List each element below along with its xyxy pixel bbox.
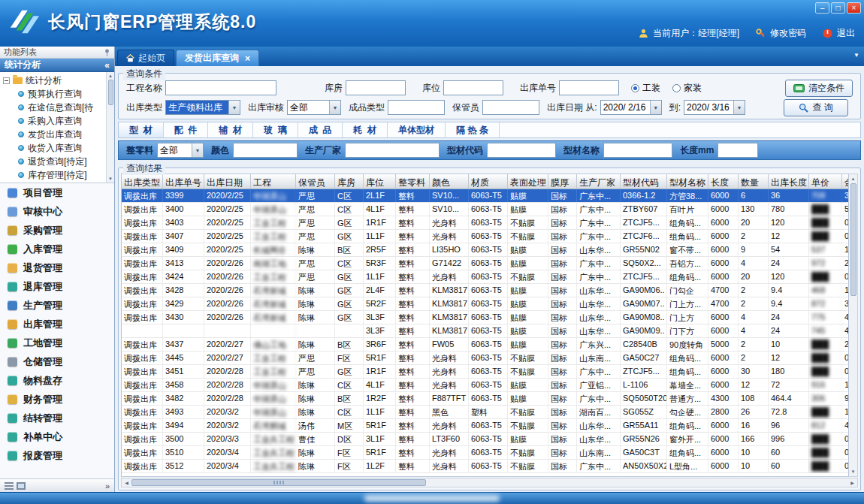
- sidebar-section-header[interactable]: 统计分析 «: [0, 59, 114, 72]
- column-header[interactable]: 出库单号: [163, 174, 204, 189]
- logout-button[interactable]: 退出: [837, 27, 855, 40]
- sidebar-item-reorder[interactable]: 补单中心: [0, 427, 114, 446]
- column-header[interactable]: 表面处理: [508, 174, 548, 189]
- column-header[interactable]: 型材名称: [667, 174, 708, 189]
- search-button[interactable]: 查 询: [784, 99, 848, 116]
- more-chevron-icon[interactable]: »: [105, 481, 110, 490]
- column-header[interactable]: 生产厂家: [577, 174, 621, 189]
- filter-input-4[interactable]: [603, 143, 672, 158]
- scrollbar-thumb[interactable]: [108, 80, 113, 105]
- pin-icon[interactable]: [104, 49, 110, 56]
- table-row[interactable]: 调拨出库34072020/2/25工业工程严思G区1L1F整料光身料6063-T…: [122, 230, 848, 243]
- column-header[interactable]: 单价: [809, 174, 842, 189]
- tab-list-chevron-icon[interactable]: ▼: [853, 52, 859, 59]
- column-header[interactable]: 库位: [364, 174, 396, 189]
- table-row[interactable]: 调拨出库34942020/3/2石湾辉城汤伟M区5R1F整料光身料6063-T5…: [122, 419, 848, 433]
- column-header[interactable]: 金: [842, 174, 849, 189]
- table-row[interactable]: 调拨出库34302020/2/26石湾新城陈琳G区3L3F整料KLM381760…: [122, 311, 848, 324]
- computer-icon[interactable]: [17, 482, 26, 490]
- scrollbar-thumb[interactable]: [850, 183, 856, 296]
- order-no-input[interactable]: [559, 80, 619, 95]
- tab-shipment-outbound-query[interactable]: 发货出库查询 ×: [176, 50, 259, 66]
- tree-item[interactable]: 预算执行查询: [3, 87, 105, 101]
- tree-expander-icon[interactable]: [3, 77, 10, 84]
- audit-select[interactable]: 全部 ▼: [287, 100, 341, 115]
- filter-select-0[interactable]: 全部▼: [157, 143, 204, 158]
- keeper-input[interactable]: [482, 100, 539, 115]
- scroll-right-icon[interactable]: ▶: [847, 480, 857, 485]
- column-header[interactable]: 库房: [335, 174, 364, 189]
- tree-item[interactable]: 采购入库查询: [3, 114, 105, 128]
- column-header[interactable]: 出库长度: [769, 174, 809, 189]
- table-row[interactable]: 调拨出库34032020/2/25工业工程严思G区1R1F整料光身料6063-T…: [122, 216, 848, 230]
- table-row[interactable]: 调拨出库34292020/2/26石湾新城陈琳G区5R2F整料KLM381760…: [122, 297, 848, 311]
- table-horizontal-scrollbar[interactable]: ◀ ▶: [121, 478, 858, 487]
- scroll-up-icon[interactable]: ▲: [851, 174, 856, 183]
- table-row[interactable]: 调拨出库34452020/2/27工业工程严思F区5R1F整料光身料6063-T…: [122, 352, 848, 365]
- tree-item[interactable]: 库存管理[待定]: [3, 168, 105, 182]
- change-password-link[interactable]: 修改密码: [770, 27, 806, 40]
- sidebar-item-purchase[interactable]: 采购管理: [0, 221, 114, 240]
- column-header[interactable]: 出库日期: [204, 174, 251, 189]
- project-name-input[interactable]: [165, 80, 276, 95]
- material-tab-6[interactable]: 单体型材: [388, 122, 446, 137]
- sidebar-item-stock-return[interactable]: 退库管理: [0, 277, 114, 296]
- material-tab-4[interactable]: 成 品: [298, 122, 343, 137]
- table-row[interactable]: 调拨出库34582020/2/28华湖原山陈琳C区4L1F整料光身料6063-T…: [122, 379, 848, 392]
- radio-home-decoration[interactable]: 家装: [672, 82, 702, 95]
- tab-home[interactable]: 起始页: [117, 50, 174, 66]
- sidebar-item-audit-center[interactable]: 审核中心: [0, 202, 114, 221]
- tree-item[interactable]: 发货出库查询: [3, 128, 105, 141]
- table-row[interactable]: 调拨出库34242020/2/26工业工程严思G区1L1F整料光身料6063-T…: [122, 270, 848, 284]
- table-row[interactable]: 调拨出库35122020/3/4工业共工程陈琳F区1L2F整料光身料6063-T…: [122, 460, 848, 473]
- column-header[interactable]: 工程: [251, 174, 296, 189]
- table-row[interactable]: 调拨出库35002020/3/3工业共工程曹佳D区3L1F整料LT3F60606…: [122, 433, 848, 446]
- filter-input-3[interactable]: [487, 143, 556, 158]
- material-tab-0[interactable]: 型 材: [119, 122, 164, 137]
- tree-item[interactable]: 在途信息查询[待: [3, 101, 105, 114]
- table-row[interactable]: 调拨出库35102020/3/4工业共工程陈琳F区5R1F整料光身料6063-T…: [122, 446, 848, 460]
- column-header[interactable]: 保管员: [296, 174, 335, 189]
- sidebar-item-scrap[interactable]: 报废管理: [0, 446, 114, 465]
- clear-conditions-button[interactable]: 清空条件: [785, 80, 853, 97]
- sidebar-item-project[interactable]: 项目管理: [0, 183, 114, 202]
- sidebar-item-production[interactable]: 生产管理: [0, 296, 114, 315]
- tree-root[interactable]: 统计分析: [3, 74, 105, 87]
- column-header[interactable]: 出库类型: [122, 174, 163, 189]
- collapse-left-icon[interactable]: «: [104, 60, 110, 71]
- sidebar-item-inbound[interactable]: 入库管理: [0, 240, 114, 258]
- sidebar-item-returns[interactable]: 退货管理: [0, 258, 114, 277]
- table-row[interactable]: 调拨出库34132020/2/26南湖工地严思C区5R3F整料G71422606…: [122, 257, 848, 270]
- sidebar-item-warehouse[interactable]: 仓储管理: [0, 352, 114, 371]
- tree-item[interactable]: 收货入库查询: [3, 141, 105, 155]
- scroll-left-icon[interactable]: ◀: [122, 480, 131, 485]
- scrollbar-thumb[interactable]: [131, 479, 426, 486]
- minimize-button[interactable]: –: [815, 2, 829, 14]
- sidebar-item-finance[interactable]: 财务管理: [0, 390, 114, 409]
- table-row[interactable]: 调拨出库34822020/2/28华湖原山陈琳B区1R2F整料F887TFT60…: [122, 392, 848, 406]
- close-button[interactable]: ×: [847, 2, 861, 14]
- tab-close-icon[interactable]: ×: [245, 54, 250, 63]
- table-vertical-scrollbar[interactable]: ▲ ▼: [849, 174, 858, 477]
- scroll-down-icon[interactable]: ▼: [108, 175, 113, 183]
- material-tab-2[interactable]: 辅 材: [208, 122, 253, 137]
- column-header[interactable]: 长度: [708, 174, 739, 189]
- list-view-icon[interactable]: [5, 482, 14, 490]
- material-tab-1[interactable]: 配 件: [164, 122, 209, 137]
- date-from-picker[interactable]: 2020/ 2/16 ▼: [600, 100, 662, 115]
- tree-item[interactable]: 退货查询[待定]: [3, 155, 105, 168]
- table-row[interactable]: 调拨出库34372020/2/27佛山工地陈琳B区3R6F整料FW056063-…: [122, 338, 848, 352]
- product-type-input[interactable]: [388, 100, 445, 115]
- filter-input-2[interactable]: [345, 143, 440, 158]
- date-to-picker[interactable]: 2020/ 3/16 ▼: [684, 100, 745, 115]
- scroll-up-icon[interactable]: ▲: [108, 72, 113, 80]
- table-row[interactable]: 调拨出库33992020/2/25华湖原山严思C区2L1F整料SV10...60…: [122, 189, 848, 203]
- maximize-button[interactable]: □: [831, 2, 845, 14]
- radio-work-clothing[interactable]: 工装: [631, 82, 660, 95]
- column-header[interactable]: 膜厚: [548, 174, 577, 189]
- sidebar-item-site[interactable]: 工地管理: [0, 333, 114, 352]
- table-row[interactable]: 调拨出库34092020/2/25长城网谷陈琳B区2R5F整料LI35HO606…: [122, 243, 848, 257]
- sidebar-item-outbound[interactable]: 出库管理: [0, 315, 114, 333]
- sidebar-item-inventory[interactable]: 物料盘存: [0, 371, 114, 390]
- column-header[interactable]: 材质: [469, 174, 508, 189]
